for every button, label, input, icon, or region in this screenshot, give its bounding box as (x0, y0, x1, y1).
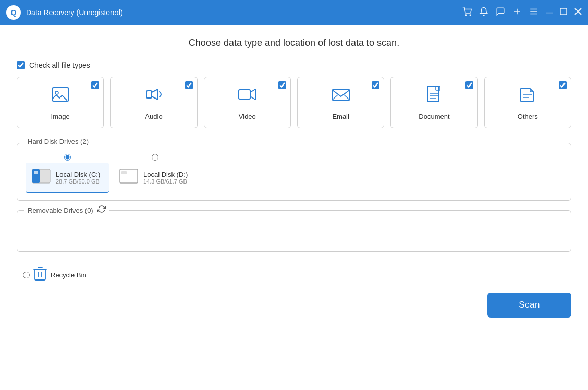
video-icon (237, 84, 257, 108)
add-icon[interactable] (512, 7, 522, 18)
main-content: Choose data type and location of lost da… (0, 25, 588, 390)
email-icon (331, 84, 351, 108)
window-controls: ─ (462, 7, 582, 18)
svg-point-1 (470, 15, 471, 16)
drive-c-radio-row (64, 154, 71, 161)
hard-disk-drives-section: Hard Disk Drives (2) (17, 143, 571, 201)
bell-icon[interactable] (479, 7, 488, 18)
svg-line-15 (333, 95, 338, 100)
document-label: Document (419, 113, 449, 120)
document-icon (424, 84, 444, 108)
file-type-card-email[interactable]: Email (297, 77, 384, 128)
audio-label: Audio (145, 113, 162, 120)
recycle-bin-radio[interactable] (23, 272, 30, 278)
file-type-card-audio[interactable]: Audio (110, 77, 197, 128)
svg-rect-13 (239, 90, 250, 99)
drives-row: Local Disk (C:) 28.7 GB/50.0 GB (26, 151, 562, 193)
drive-d-size: 14.3 GB/61.7 GB (143, 178, 188, 185)
svg-rect-7 (560, 8, 567, 15)
recycle-bin-label: Recycle Bin (51, 271, 87, 279)
scan-btn-row: Scan (17, 284, 571, 322)
recycle-bin-section: Recycle Bin (17, 261, 571, 284)
email-label: Email (332, 113, 349, 120)
others-icon (518, 84, 537, 108)
drive-c-size: 28.7 GB/50.0 GB (56, 178, 100, 185)
email-checkbox[interactable] (372, 81, 379, 89)
recycle-bin-icon (33, 265, 47, 284)
svg-rect-14 (333, 89, 349, 101)
image-checkbox[interactable] (91, 81, 99, 89)
drive-c-name: Local Disk (C:) (56, 170, 100, 178)
drive-d-name: Local Disk (D:) (143, 170, 188, 178)
drive-d-info: Local Disk (D:) 14.3 GB/61.7 GB (143, 170, 188, 185)
title-bar: Q Data Recovery (Unregistered) ─ (0, 0, 588, 25)
image-label: Image (51, 113, 70, 120)
drive-d-radio[interactable] (152, 154, 158, 161)
app-title: Data Recovery (Unregistered) (26, 8, 462, 17)
audio-checkbox[interactable] (185, 81, 193, 89)
removable-drives-label: Removable Drives (0) (24, 205, 109, 215)
drive-d-item[interactable]: Local Disk (D:) 14.3 GB/61.7 GB (113, 154, 197, 193)
drive-d-icon (119, 167, 138, 188)
refresh-icon[interactable] (97, 205, 106, 215)
file-type-card-document[interactable]: Document (390, 77, 477, 128)
menu-icon[interactable] (529, 7, 538, 18)
audio-icon (144, 84, 164, 108)
app-icon: Q (6, 5, 21, 20)
chat-icon[interactable] (496, 7, 505, 18)
drive-d-radio-row (152, 154, 158, 161)
document-checkbox[interactable] (466, 81, 473, 89)
hard-disk-drives-label: Hard Disk Drives (2) (24, 138, 92, 145)
svg-line-16 (344, 95, 349, 100)
svg-point-11 (55, 91, 58, 94)
drive-c-item[interactable]: Local Disk (C:) 28.7 GB/50.0 GB (26, 154, 109, 193)
check-all-row: Check all file types (17, 61, 571, 69)
restore-button[interactable] (560, 8, 567, 17)
close-button[interactable] (574, 8, 582, 17)
drive-c-info: Local Disk (C:) 28.7 GB/50.0 GB (56, 170, 100, 185)
video-label: Video (239, 113, 256, 120)
cart-icon[interactable] (462, 7, 472, 18)
scan-button[interactable]: Scan (487, 292, 571, 318)
file-type-card-others[interactable]: Others (484, 77, 571, 128)
video-checkbox[interactable] (278, 81, 286, 89)
drive-d-card[interactable]: Local Disk (D:) 14.3 GB/61.7 GB (113, 163, 197, 192)
check-all-label[interactable]: Check all file types (29, 61, 90, 69)
file-type-card-video[interactable]: Video (204, 77, 291, 128)
svg-rect-28 (121, 171, 127, 174)
svg-rect-26 (34, 171, 38, 174)
check-all-checkbox[interactable] (17, 61, 25, 69)
page-title: Choose data type and location of lost da… (17, 38, 571, 48)
others-checkbox[interactable] (559, 81, 567, 89)
drive-c-icon (32, 167, 51, 188)
file-types-grid: Image Audio Video (17, 77, 571, 128)
removable-drives-section: Removable Drives (0) (17, 210, 571, 252)
file-type-card-image[interactable]: Image (17, 77, 104, 128)
svg-point-0 (466, 15, 467, 16)
drive-c-radio[interactable] (64, 154, 71, 161)
drive-c-card[interactable]: Local Disk (C:) 28.7 GB/50.0 GB (26, 163, 109, 193)
minimize-button[interactable]: ─ (546, 8, 553, 17)
svg-rect-12 (146, 91, 152, 98)
image-icon (51, 84, 70, 108)
svg-rect-17 (427, 86, 439, 102)
others-label: Others (518, 113, 538, 120)
